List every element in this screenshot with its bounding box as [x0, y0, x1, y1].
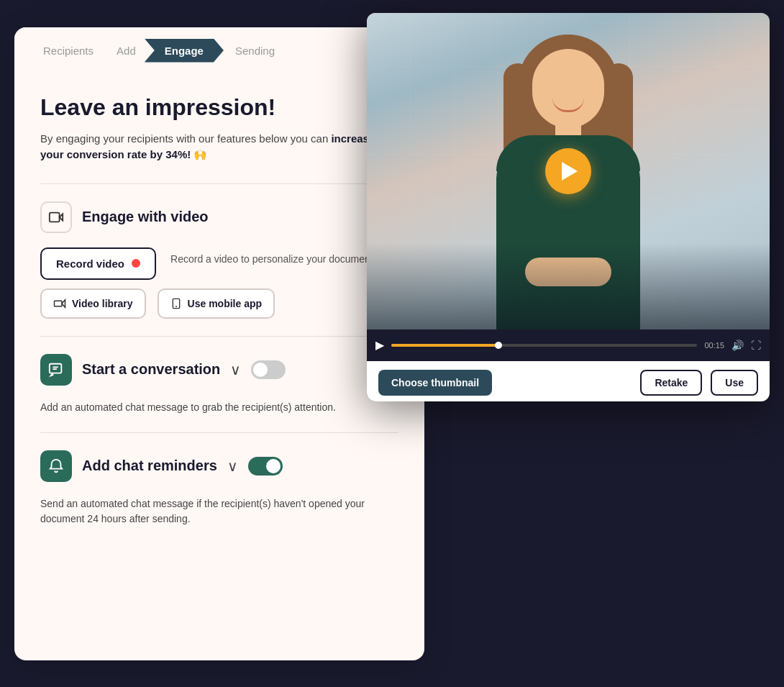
- conversation-toggle[interactable]: [251, 360, 286, 379]
- left-card: Recipients Add Engage Sending Leave an i…: [14, 27, 424, 660]
- retake-button[interactable]: Retake: [640, 370, 702, 396]
- video-player-card: ▶ 00:15 🔊 ⛶ Choose thumbnail Retake Use: [367, 13, 770, 401]
- record-video-button[interactable]: Record video: [40, 247, 156, 280]
- video-time: 00:15: [704, 341, 724, 350]
- video-controls-bar: ▶ 00:15 🔊 ⛶: [367, 329, 770, 361]
- volume-icon[interactable]: 🔊: [731, 340, 744, 351]
- play-small-icon[interactable]: ▶: [375, 338, 384, 352]
- reminders-section-title: Add chat reminders: [82, 458, 217, 474]
- conversation-section-header: Start a conversation ∨: [40, 354, 398, 386]
- step-engage[interactable]: Engage: [145, 39, 224, 63]
- divider-1: [40, 183, 398, 184]
- svg-rect-6: [50, 363, 62, 373]
- page-title: Leave an impression!: [40, 94, 398, 121]
- video-section-icon: [40, 201, 72, 233]
- reminder-icon-svg: [48, 458, 64, 474]
- reminders-section-header: Add chat reminders ∨: [40, 450, 398, 482]
- step-sending[interactable]: Sending: [224, 39, 286, 63]
- mobile-app-button[interactable]: Use mobile app: [158, 288, 275, 319]
- video-area: [367, 13, 770, 329]
- play-triangle-icon: [562, 162, 578, 181]
- conversation-description: Add an automated chat message to grab th…: [40, 400, 398, 415]
- use-button[interactable]: Use: [711, 370, 758, 396]
- step-recipients[interactable]: Recipients: [32, 39, 105, 63]
- video-section-title: Engage with video: [82, 209, 209, 225]
- video-gradient: [367, 243, 770, 329]
- chat-icon-svg: [48, 362, 64, 378]
- video-section: Engage with video Record video Record a …: [40, 201, 398, 319]
- reminders-chevron[interactable]: ∨: [227, 458, 238, 475]
- video-progress-fill: [391, 344, 498, 347]
- wizard-steps: Recipients Add Engage Sending: [14, 27, 424, 74]
- library-icon: [53, 297, 66, 310]
- svg-rect-0: [50, 212, 60, 222]
- play-button[interactable]: [545, 148, 591, 194]
- chat-section-icon: [40, 354, 72, 386]
- person-smile: [552, 98, 584, 112]
- video-action-bar: Choose thumbnail Retake Use: [367, 361, 770, 401]
- video-progress-track[interactable]: [391, 344, 697, 347]
- fullscreen-icon[interactable]: ⛶: [751, 340, 761, 351]
- divider-2: [40, 336, 398, 337]
- svg-rect-2: [55, 301, 63, 306]
- video-library-button[interactable]: Video library: [40, 288, 146, 319]
- page-subtitle: By engaging your recipients with our fea…: [40, 131, 398, 163]
- reminders-description: Send an automated chat message if the re…: [40, 496, 398, 527]
- reminders-toggle[interactable]: [248, 457, 283, 476]
- reminders-section: Add chat reminders ∨ Send an automated c…: [40, 450, 398, 527]
- video-progress-dot: [495, 342, 502, 349]
- video-icon-svg: [48, 209, 64, 225]
- reminder-section-icon: [40, 450, 72, 482]
- record-dot: [132, 259, 140, 268]
- choose-thumbnail-button[interactable]: Choose thumbnail: [378, 370, 492, 396]
- person-face: [532, 49, 604, 128]
- conversation-section-title: Start a conversation: [82, 361, 220, 378]
- step-add[interactable]: Add: [105, 39, 147, 63]
- divider-3: [40, 432, 398, 433]
- record-row: Record video Record a video to personali…: [40, 247, 398, 280]
- mobile-icon: [170, 297, 182, 310]
- record-description: Record a video to personalize your docum…: [170, 247, 373, 267]
- conversation-chevron[interactable]: ∨: [230, 361, 241, 378]
- video-buttons-row: Video library Use mobile app: [40, 288, 398, 319]
- video-section-header: Engage with video: [40, 201, 398, 233]
- conversation-section: Start a conversation ∨ Add an automated …: [40, 354, 398, 415]
- svg-marker-3: [62, 299, 65, 307]
